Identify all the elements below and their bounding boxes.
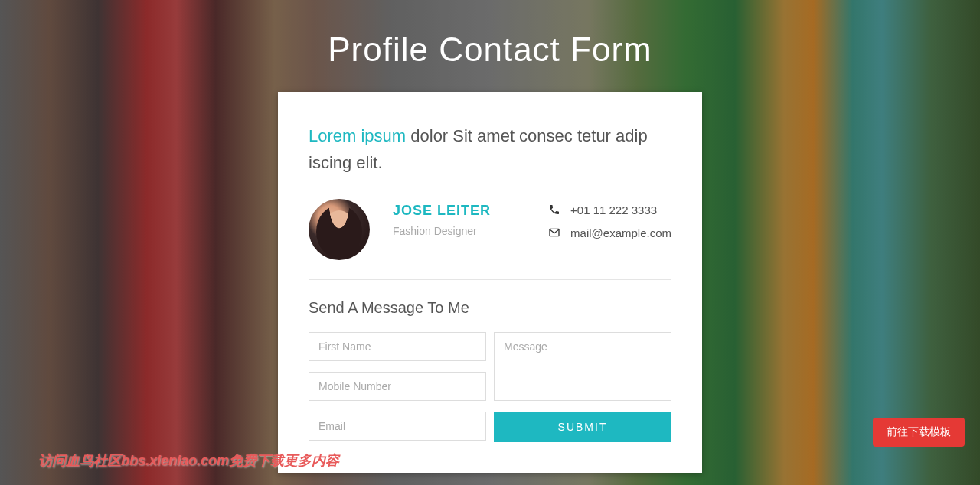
form-col-left <box>309 332 486 442</box>
profile-row: JOSE LEITER Fashion Designer +01 11 222 … <box>309 199 671 280</box>
profile-info: JOSE LEITER Fashion Designer <box>393 199 524 237</box>
phone-item: +01 11 222 3333 <box>547 203 671 216</box>
email-text: mail@example.com <box>570 226 671 239</box>
profile-job-title: Fashion Designer <box>393 225 524 237</box>
intro-text: Lorem ipsum dolor Sit amet consec tetur … <box>309 122 671 176</box>
contact-info: +01 11 222 3333 mail@example.com <box>547 199 671 249</box>
phone-icon <box>547 203 561 216</box>
profile-name: JOSE LEITER <box>393 203 524 219</box>
form-row: SUBMIT <box>309 332 671 442</box>
contact-card: Lorem ipsum dolor Sit amet consec tetur … <box>278 92 702 473</box>
avatar <box>309 199 370 260</box>
email-input[interactable] <box>309 412 486 441</box>
intro-highlight: Lorem ipsum <box>309 126 406 145</box>
first-name-input[interactable] <box>309 332 486 361</box>
mobile-input[interactable] <box>309 372 486 401</box>
form-heading: Send A Message To Me <box>309 299 671 317</box>
watermark-text: 访问血鸟社区bbs.xieniao.com免费下载更多内容 <box>38 451 339 470</box>
email-item: mail@example.com <box>547 226 671 239</box>
download-template-button[interactable]: 前往下载模板 <box>873 418 965 447</box>
page-title: Profile Contact Form <box>0 0 980 92</box>
message-input[interactable] <box>494 332 671 401</box>
phone-text: +01 11 222 3333 <box>570 203 657 216</box>
form-col-right: SUBMIT <box>494 332 671 442</box>
submit-button[interactable]: SUBMIT <box>494 412 671 442</box>
email-icon <box>547 226 561 239</box>
